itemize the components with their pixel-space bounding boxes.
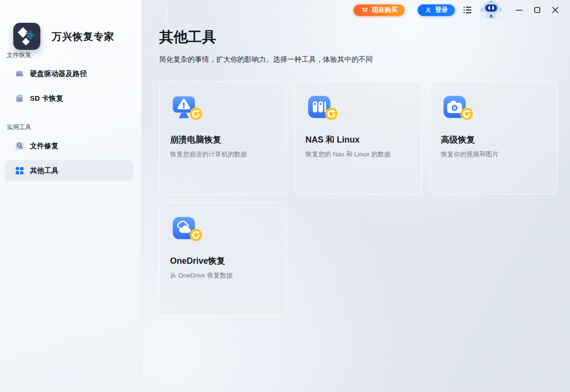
buy-now-label: 现在购买 xyxy=(372,6,398,14)
sidebar-item-label: SD 卡恢复 xyxy=(30,94,63,103)
page-subtitle: 简化复杂的事情，扩大你的影响力。选择一种工具，体验其中的不同 xyxy=(159,55,557,64)
card-crashed-computer-recovery[interactable]: 崩溃电脑恢复 恢复您崩溃的计算机的数据 xyxy=(159,81,286,194)
refresh-badge-icon xyxy=(190,229,202,243)
card-advanced-recovery[interactable]: 高级恢复 恢复你的视频和图片 xyxy=(430,81,557,194)
maximize-button[interactable] xyxy=(530,3,544,17)
minimize-button[interactable] xyxy=(512,3,526,17)
cart-icon xyxy=(361,6,369,14)
file-repair-icon xyxy=(14,141,25,151)
main-content: 现在购买 登录 xyxy=(142,0,570,392)
card-title: 高级恢复 xyxy=(441,134,557,145)
card-description: 从 OneDrive 恢复数据 xyxy=(170,271,286,280)
page-title: 其他工具 xyxy=(159,27,557,48)
card-title: OneDrive恢复 xyxy=(170,255,286,267)
nas-linux-icon xyxy=(305,93,333,121)
card-nas-linux[interactable]: NAS 和 Linux 恢复您的 Nas 和 Linux 的数据 xyxy=(294,81,422,194)
sidebar-item-hard-drives[interactable]: 硬盘驱动器及路径 xyxy=(5,63,133,84)
crashed-computer-icon xyxy=(170,93,198,121)
refresh-badge-icon xyxy=(190,107,202,122)
login-label: 登录 xyxy=(435,6,448,14)
refresh-badge-icon xyxy=(460,107,473,122)
buy-now-button[interactable]: 现在购买 xyxy=(353,4,405,16)
sidebar-item-file-repair[interactable]: 文件修复 xyxy=(5,135,133,156)
card-description: 恢复你的视频和图片 xyxy=(441,150,557,159)
app-title: 万兴恢复专家 xyxy=(52,30,114,43)
sidebar-item-other-tools[interactable]: 其他工具 xyxy=(5,160,133,181)
tool-cards-grid: 崩溃电脑恢复 恢复您崩溃的计算机的数据 xyxy=(159,81,558,316)
user-icon xyxy=(425,7,432,14)
brand: 万兴恢复专家 xyxy=(13,23,114,50)
other-tools-icon xyxy=(14,165,25,176)
hard-drive-icon xyxy=(14,68,25,79)
refresh-badge-icon xyxy=(325,107,338,122)
sidebar-item-label: 文件修复 xyxy=(30,142,58,151)
sidebar: 万兴恢复专家 文件恢复 硬盘驱动器及路径 xyxy=(0,0,142,392)
sidebar-item-label: 其他工具 xyxy=(30,166,58,175)
menu-list-icon[interactable] xyxy=(463,6,472,14)
sidebar-section-label-file-recovery: 文件恢复 xyxy=(7,51,141,59)
onedrive-icon xyxy=(170,214,198,242)
titlebar: 现在购买 登录 xyxy=(353,3,562,17)
sidebar-item-sd-card[interactable]: SD 卡恢复 xyxy=(5,88,133,109)
card-onedrive-recovery[interactable]: OneDrive恢复 从 OneDrive 恢复数据 xyxy=(159,202,286,316)
close-button[interactable] xyxy=(548,3,562,17)
app-logo-icon xyxy=(13,23,40,50)
login-button[interactable]: 登录 xyxy=(418,4,455,16)
advanced-recovery-icon xyxy=(441,93,468,121)
sd-card-icon xyxy=(14,93,25,104)
sidebar-item-label: 硬盘驱动器及路径 xyxy=(30,69,87,78)
card-title: 崩溃电脑恢复 xyxy=(170,134,286,145)
card-description: 恢复您的 Nas 和 Linux 的数据 xyxy=(305,150,421,159)
app-window: 万兴恢复专家 文件恢复 硬盘驱动器及路径 xyxy=(0,0,570,392)
card-description: 恢复您崩溃的计算机的数据 xyxy=(170,150,286,159)
sidebar-section-label-utility-tools: 实用工具 xyxy=(7,123,141,132)
assistant-robot-avatar[interactable] xyxy=(480,1,503,19)
card-title: NAS 和 Linux xyxy=(305,134,421,145)
